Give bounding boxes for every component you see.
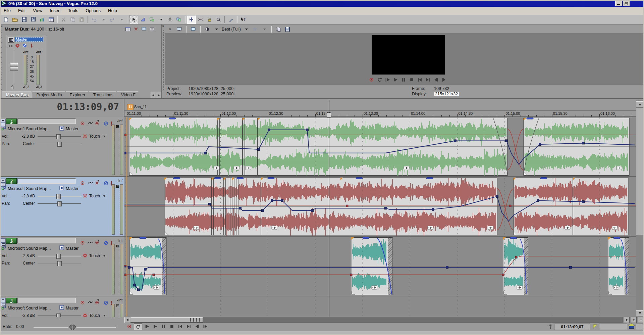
time-ruler[interactable]: 01:11:0001:11:3001:12:0001:12:3001:13:00… (124, 111, 636, 117)
play-button[interactable] (151, 323, 159, 329)
track-name-input[interactable] (17, 238, 76, 243)
import-media-button[interactable] (38, 15, 47, 24)
stop-button[interactable] (168, 323, 176, 329)
ignore-event-grouping-button[interactable] (174, 15, 183, 24)
timecode-pin-icon[interactable] (549, 324, 552, 330)
menu-tools[interactable]: Tools (64, 7, 82, 15)
redo-button[interactable] (108, 15, 117, 24)
video-output-device-button[interactable] (190, 26, 197, 33)
master-bus-button[interactable] (8, 37, 14, 43)
insert-assignable-fx-button[interactable] (125, 26, 131, 32)
loop-button[interactable] (134, 323, 142, 330)
edit-details-window-button[interactable] (47, 15, 56, 24)
play-button[interactable] (392, 77, 399, 83)
solo-button[interactable] (101, 118, 106, 124)
arm-record-button[interactable] (77, 238, 83, 243)
enable-snapping-button[interactable] (187, 15, 196, 24)
timeline-timecode-display[interactable]: 01:13:09,07 (47, 101, 119, 113)
play-from-start-button[interactable] (143, 323, 151, 329)
paste-button[interactable] (77, 15, 86, 24)
close-master-bus-icon[interactable]: × (0, 25, 3, 28)
automation-dropdown[interactable] (103, 255, 105, 258)
preview-quality-label-dropdown-button[interactable] (243, 26, 250, 33)
automation-gear-icon[interactable] (15, 43, 20, 49)
solo-icon[interactable] (31, 43, 33, 49)
solo-button[interactable] (101, 238, 106, 243)
track-envelope-button[interactable] (85, 118, 90, 124)
go-to-end-button[interactable] (185, 323, 193, 329)
master-fader-handle[interactable] (10, 63, 18, 70)
tabs-scroll-right[interactable] (156, 92, 161, 99)
go-to-end-button[interactable] (424, 77, 432, 83)
zoom-out-button[interactable]: − (638, 317, 644, 323)
menu-options[interactable]: Options (82, 7, 104, 15)
track-envelope-button[interactable] (85, 178, 90, 183)
horizontal-scrollbar[interactable]: +− (124, 317, 644, 323)
rate-slider-handle[interactable] (68, 325, 77, 331)
new-project-button[interactable] (1, 15, 10, 24)
pan-slider-handle[interactable] (57, 261, 62, 266)
track-name-input[interactable] (17, 178, 76, 184)
redo-history-button[interactable] (117, 15, 126, 24)
whats-this-help-button[interactable]: ? (239, 15, 248, 24)
hscroll-left-button[interactable] (124, 317, 130, 323)
preview-quality-label[interactable]: Best (Full) (222, 27, 241, 32)
mute-output-button[interactable] (133, 26, 139, 32)
automation-dropdown[interactable] (103, 195, 105, 198)
solo-button[interactable] (101, 178, 106, 183)
save-project-button[interactable] (19, 15, 29, 24)
automation-mode[interactable]: Touch (89, 134, 100, 139)
menu-file[interactable]: File (0, 7, 14, 15)
preview-quality-dropdown-button[interactable] (213, 26, 220, 33)
menu-help[interactable]: Help (104, 7, 121, 15)
minimize-button[interactable] (615, 1, 622, 6)
mute-dropdown[interactable] (97, 240, 99, 242)
automation-dropdown[interactable] (103, 315, 105, 317)
pause-button[interactable] (160, 323, 167, 329)
mute-dropdown[interactable] (97, 180, 99, 183)
marker-bar[interactable]: 11 Son_11 (124, 100, 636, 111)
playhead[interactable] (329, 100, 329, 317)
vscroll-thumb[interactable] (636, 108, 644, 235)
vol-slider-handle[interactable] (56, 134, 61, 139)
mute-button[interactable] (92, 118, 98, 124)
external-monitor-preview-button[interactable] (175, 26, 183, 33)
track-row-2[interactable] (124, 177, 636, 237)
zoom-handle-right[interactable] (196, 318, 200, 322)
track-header-4[interactable]: 4-Inf.Microsoft Sound Map...MasterVol:-2… (0, 296, 124, 317)
track-row-3[interactable] (124, 237, 636, 296)
automation-mode[interactable]: Touch (89, 253, 100, 258)
selection-length-field[interactable] (636, 324, 643, 330)
go-to-start-button[interactable] (176, 323, 184, 329)
save-snapshot-button[interactable] (284, 26, 291, 33)
copy-snapshot-button[interactable] (275, 26, 282, 33)
hscroll-thumb[interactable] (130, 317, 203, 323)
video-overlays-dropdown-button[interactable] (261, 26, 268, 33)
pan-slider-handle[interactable] (57, 142, 62, 147)
mute-button[interactable] (92, 238, 98, 243)
minimize-track-button[interactable] (1, 238, 6, 242)
track-header-3[interactable]: 3-Inf.Microsoft Sound Map...MasterVol:-2… (0, 237, 124, 296)
track-envelope-button[interactable] (85, 238, 90, 243)
cursor-handle[interactable] (327, 112, 331, 117)
tabs-scroll-left[interactable] (151, 92, 156, 99)
record-button[interactable] (368, 77, 375, 83)
vscroll-up-button[interactable] (636, 101, 644, 107)
previous-frame-button[interactable] (432, 77, 440, 83)
insert-fx-icon[interactable] (8, 44, 14, 49)
minimize-track-button[interactable] (1, 119, 6, 123)
undo-history-button[interactable] (99, 15, 108, 24)
track-name-input[interactable] (17, 298, 76, 303)
undo-button[interactable] (90, 15, 99, 24)
track-row-4[interactable] (124, 296, 636, 317)
project-properties-button[interactable]: ? (29, 15, 38, 24)
go-to-start-button[interactable] (416, 77, 424, 83)
vertical-scrollbar[interactable] (636, 100, 644, 317)
tab-video-f[interactable]: Video F (117, 91, 142, 99)
track-header-2[interactable]: 2-Inf.Microsoft Sound Map...MasterVol:-2… (0, 177, 124, 237)
vscroll-down-button[interactable] (636, 310, 644, 316)
lock-fader-icon[interactable] (10, 85, 14, 90)
record-button[interactable] (125, 323, 133, 329)
automatic-crossfades-button[interactable] (196, 15, 205, 24)
arm-record-button[interactable] (77, 298, 83, 303)
